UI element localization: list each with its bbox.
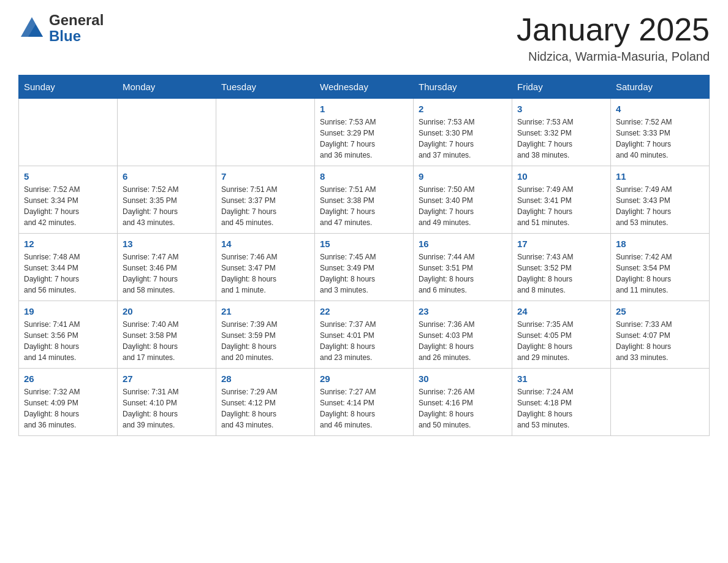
calendar-day-cell: 7Sunrise: 7:51 AMSunset: 3:37 PMDaylight… [216,166,315,234]
calendar-day-cell: 12Sunrise: 7:48 AMSunset: 3:44 PMDayligh… [19,234,118,301]
calendar-week-row: 12Sunrise: 7:48 AMSunset: 3:44 PMDayligh… [19,234,710,301]
page-title: January 2025 [517,12,710,47]
day-info: Sunrise: 7:27 AMSunset: 4:14 PMDaylight:… [320,386,408,431]
day-number: 16 [419,239,507,249]
day-info: Sunrise: 7:32 AMSunset: 4:09 PMDaylight:… [24,386,112,431]
calendar-day-cell: 8Sunrise: 7:51 AMSunset: 3:38 PMDaylight… [315,166,414,234]
calendar-week-row: 1Sunrise: 7:53 AMSunset: 3:29 PMDaylight… [19,99,710,166]
day-info: Sunrise: 7:35 AMSunset: 4:05 PMDaylight:… [517,319,605,363]
calendar-day-cell: 13Sunrise: 7:47 AMSunset: 3:46 PMDayligh… [118,234,216,301]
calendar-day-cell: 18Sunrise: 7:42 AMSunset: 3:54 PMDayligh… [611,234,710,301]
calendar-day-cell: 11Sunrise: 7:49 AMSunset: 3:43 PMDayligh… [611,166,710,234]
day-info: Sunrise: 7:44 AMSunset: 3:51 PMDaylight:… [419,251,507,296]
day-number: 12 [24,239,112,249]
day-info: Sunrise: 7:51 AMSunset: 3:38 PMDaylight:… [320,184,408,228]
day-info: Sunrise: 7:51 AMSunset: 3:37 PMDaylight:… [221,184,309,228]
calendar-day-cell: 25Sunrise: 7:33 AMSunset: 4:07 PMDayligh… [611,301,710,369]
day-info: Sunrise: 7:26 AMSunset: 4:16 PMDaylight:… [419,386,507,431]
calendar-day-cell: 10Sunrise: 7:49 AMSunset: 3:41 PMDayligh… [512,166,611,234]
calendar-day-cell: 16Sunrise: 7:44 AMSunset: 3:51 PMDayligh… [414,234,512,301]
calendar-header: SundayMondayTuesdayWednesdayThursdayFrid… [19,75,710,99]
day-number: 6 [123,171,211,182]
calendar-day-cell [118,99,216,166]
page-header: General Blue January 2025 Nidzica, Warmi… [18,12,710,64]
calendar-day-cell: 2Sunrise: 7:53 AMSunset: 3:30 PMDaylight… [414,99,512,166]
day-info: Sunrise: 7:31 AMSunset: 4:10 PMDaylight:… [123,386,211,431]
calendar-week-row: 5Sunrise: 7:52 AMSunset: 3:34 PMDaylight… [19,166,710,234]
calendar-day-cell: 22Sunrise: 7:37 AMSunset: 4:01 PMDayligh… [315,301,414,369]
calendar-day-cell: 20Sunrise: 7:40 AMSunset: 3:58 PMDayligh… [118,301,216,369]
calendar-day-cell: 27Sunrise: 7:31 AMSunset: 4:10 PMDayligh… [118,369,216,436]
calendar-day-cell: 28Sunrise: 7:29 AMSunset: 4:12 PMDayligh… [216,369,315,436]
calendar-day-cell: 1Sunrise: 7:53 AMSunset: 3:29 PMDaylight… [315,99,414,166]
calendar-day-cell: 31Sunrise: 7:24 AMSunset: 4:18 PMDayligh… [512,369,611,436]
day-of-week-header: Tuesday [216,75,315,99]
calendar-week-row: 19Sunrise: 7:41 AMSunset: 3:56 PMDayligh… [19,301,710,369]
calendar-day-cell: 5Sunrise: 7:52 AMSunset: 3:34 PMDaylight… [19,166,118,234]
page-subtitle: Nidzica, Warmia-Masuria, Poland [517,50,710,64]
day-number: 10 [517,171,605,182]
day-number: 27 [123,373,211,384]
calendar-day-cell: 4Sunrise: 7:52 AMSunset: 3:33 PMDaylight… [611,99,710,166]
day-number: 25 [616,306,704,316]
day-number: 3 [517,104,605,114]
day-number: 4 [616,104,704,114]
day-number: 8 [320,171,408,182]
day-info: Sunrise: 7:43 AMSunset: 3:52 PMDaylight:… [517,251,605,296]
calendar-day-cell: 15Sunrise: 7:45 AMSunset: 3:49 PMDayligh… [315,234,414,301]
day-of-week-header: Saturday [611,75,710,99]
calendar-day-cell: 21Sunrise: 7:39 AMSunset: 3:59 PMDayligh… [216,301,315,369]
day-info: Sunrise: 7:36 AMSunset: 4:03 PMDaylight:… [419,319,507,363]
day-info: Sunrise: 7:39 AMSunset: 3:59 PMDaylight:… [221,319,309,363]
logo-name: General Blue [49,12,104,45]
calendar-body: 1Sunrise: 7:53 AMSunset: 3:29 PMDaylight… [19,99,710,436]
day-number: 21 [221,306,309,316]
calendar-table: SundayMondayTuesdayWednesdayThursdayFrid… [18,75,710,436]
day-number: 13 [123,239,211,249]
calendar-day-cell: 9Sunrise: 7:50 AMSunset: 3:40 PMDaylight… [414,166,512,234]
day-number: 5 [24,171,112,182]
day-number: 24 [517,306,605,316]
calendar-week-row: 26Sunrise: 7:32 AMSunset: 4:09 PMDayligh… [19,369,710,436]
day-number: 23 [419,306,507,316]
day-info: Sunrise: 7:50 AMSunset: 3:40 PMDaylight:… [419,184,507,228]
calendar-day-cell: 24Sunrise: 7:35 AMSunset: 4:05 PMDayligh… [512,301,611,369]
day-info: Sunrise: 7:47 AMSunset: 3:46 PMDaylight:… [123,251,211,296]
calendar-day-cell: 19Sunrise: 7:41 AMSunset: 3:56 PMDayligh… [19,301,118,369]
day-number: 20 [123,306,211,316]
day-info: Sunrise: 7:33 AMSunset: 4:07 PMDaylight:… [616,319,704,363]
day-number: 30 [419,373,507,384]
calendar-day-cell: 6Sunrise: 7:52 AMSunset: 3:35 PMDaylight… [118,166,216,234]
logo-icon [18,15,45,42]
day-info: Sunrise: 7:48 AMSunset: 3:44 PMDaylight:… [24,251,112,296]
calendar-day-cell: 17Sunrise: 7:43 AMSunset: 3:52 PMDayligh… [512,234,611,301]
logo-general-text: General [49,12,104,28]
day-info: Sunrise: 7:49 AMSunset: 3:43 PMDaylight:… [616,184,704,228]
day-number: 26 [24,373,112,384]
day-number: 7 [221,171,309,182]
day-info: Sunrise: 7:46 AMSunset: 3:47 PMDaylight:… [221,251,309,296]
day-info: Sunrise: 7:53 AMSunset: 3:32 PMDaylight:… [517,117,605,161]
day-of-week-header: Sunday [19,75,118,99]
day-number: 19 [24,306,112,316]
calendar-day-cell [19,99,118,166]
calendar-day-cell [611,369,710,436]
day-number: 9 [419,171,507,182]
day-info: Sunrise: 7:53 AMSunset: 3:29 PMDaylight:… [320,117,408,161]
calendar-day-cell: 29Sunrise: 7:27 AMSunset: 4:14 PMDayligh… [315,369,414,436]
day-info: Sunrise: 7:40 AMSunset: 3:58 PMDaylight:… [123,319,211,363]
calendar-day-cell: 3Sunrise: 7:53 AMSunset: 3:32 PMDaylight… [512,99,611,166]
day-number: 18 [616,239,704,249]
day-info: Sunrise: 7:49 AMSunset: 3:41 PMDaylight:… [517,184,605,228]
day-number: 17 [517,239,605,249]
day-number: 29 [320,373,408,384]
day-info: Sunrise: 7:52 AMSunset: 3:33 PMDaylight:… [616,117,704,161]
day-of-week-header: Wednesday [315,75,414,99]
day-info: Sunrise: 7:45 AMSunset: 3:49 PMDaylight:… [320,251,408,296]
logo-blue-text: Blue [49,28,104,44]
days-of-week-row: SundayMondayTuesdayWednesdayThursdayFrid… [19,75,710,99]
calendar-day-cell: 30Sunrise: 7:26 AMSunset: 4:16 PMDayligh… [414,369,512,436]
day-info: Sunrise: 7:24 AMSunset: 4:18 PMDaylight:… [517,386,605,431]
day-info: Sunrise: 7:53 AMSunset: 3:30 PMDaylight:… [419,117,507,161]
day-info: Sunrise: 7:52 AMSunset: 3:34 PMDaylight:… [24,184,112,228]
